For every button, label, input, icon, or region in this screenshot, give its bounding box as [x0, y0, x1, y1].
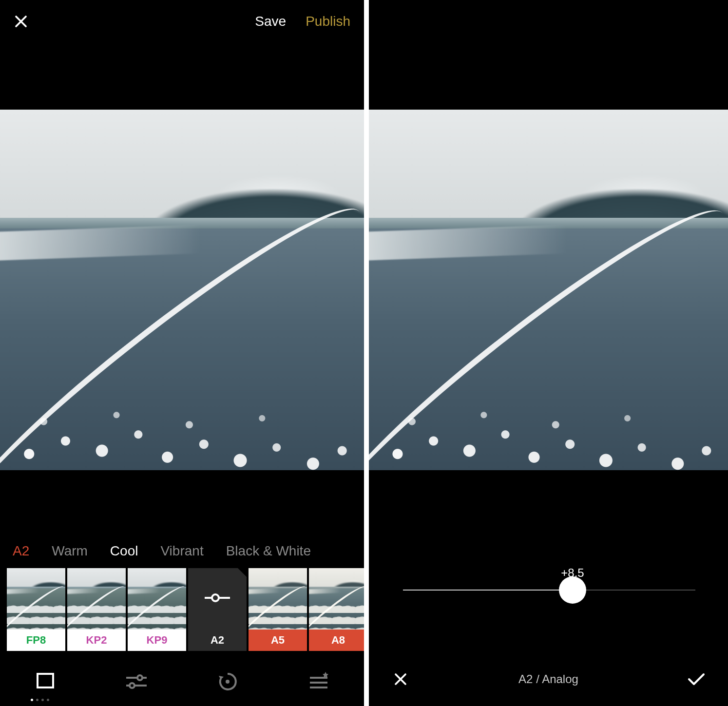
category-tab-a2[interactable]: A2 — [13, 543, 29, 559]
save-button[interactable]: Save — [255, 14, 286, 29]
bottom-toolbar: A2 / Analog — [369, 652, 728, 706]
photo-preview[interactable] — [369, 110, 728, 470]
undo-history-icon — [217, 671, 238, 692]
checkmark-icon — [688, 672, 705, 686]
svg-point-1 — [212, 594, 219, 601]
photo-preview[interactable] — [0, 110, 364, 470]
slider-track — [403, 590, 695, 591]
history-tab-button[interactable] — [215, 669, 240, 694]
frame-icon — [36, 672, 55, 691]
close-icon — [393, 672, 408, 687]
filter-thumb-a2[interactable]: A2 — [188, 568, 247, 651]
editor-filter-select-screen: Save Publish A2WarmCoolVibrantBlack & Wh… — [0, 0, 364, 706]
top-actions: Save Publish — [255, 14, 350, 29]
svg-point-7 — [226, 680, 230, 684]
filter-caption: A2 / Analog — [518, 672, 578, 686]
svg-rect-2 — [38, 674, 53, 687]
filter-thumb-a8[interactable]: A8 — [309, 568, 364, 651]
svg-point-4 — [137, 675, 142, 680]
publish-button[interactable]: Publish — [306, 14, 350, 29]
beach-photo — [369, 110, 728, 470]
slider-knob[interactable] — [559, 576, 586, 604]
cancel-button[interactable] — [388, 667, 413, 691]
thumb-label: A2 — [188, 630, 247, 651]
thumb-label: FP8 — [7, 630, 65, 651]
category-tab-cool[interactable]: Cool — [110, 543, 138, 559]
svg-point-6 — [130, 683, 134, 688]
thumb-label: KP2 — [67, 630, 126, 651]
category-tab-warm[interactable]: Warm — [52, 543, 88, 559]
recipes-tab-button[interactable] — [307, 669, 331, 694]
sliders-icon — [125, 672, 148, 691]
category-tab-black-white[interactable]: Black & White — [226, 543, 311, 559]
beach-photo — [0, 110, 364, 470]
category-tab-vibrant[interactable]: Vibrant — [160, 543, 203, 559]
screenshot-divider — [364, 0, 369, 706]
close-icon — [14, 14, 28, 29]
list-star-icon — [308, 672, 329, 691]
filter-thumb-kp9[interactable]: KP9 — [128, 568, 186, 651]
editor-filter-strength-screen: +8.5 A2 / Analog — [369, 0, 728, 706]
thumb-label: A5 — [249, 630, 307, 651]
filter-thumb-fp8[interactable]: FP8 — [7, 568, 65, 651]
filter-thumbnail-strip[interactable]: FP8KP2KP9A2A5A8 — [7, 568, 364, 651]
filter-category-tabs: A2WarmCoolVibrantBlack & White — [0, 537, 364, 565]
top-bar: Save Publish — [0, 0, 364, 43]
thumb-label: KP9 — [128, 630, 186, 651]
filter-strength-slider[interactable]: +8.5 — [403, 590, 695, 591]
presets-tab-button[interactable] — [33, 669, 57, 694]
filter-thumb-a5[interactable]: A5 — [249, 568, 307, 651]
slider-fill — [403, 590, 573, 591]
confirm-button[interactable] — [684, 667, 709, 691]
close-button[interactable] — [14, 14, 28, 29]
thumb-label: A8 — [309, 630, 364, 651]
bottom-toolbar — [0, 657, 364, 706]
page-indicator-dots — [31, 699, 49, 701]
adjustments-tab-button[interactable] — [124, 669, 149, 694]
adjust-slider-icon — [204, 592, 231, 606]
filter-thumb-kp2[interactable]: KP2 — [67, 568, 126, 651]
